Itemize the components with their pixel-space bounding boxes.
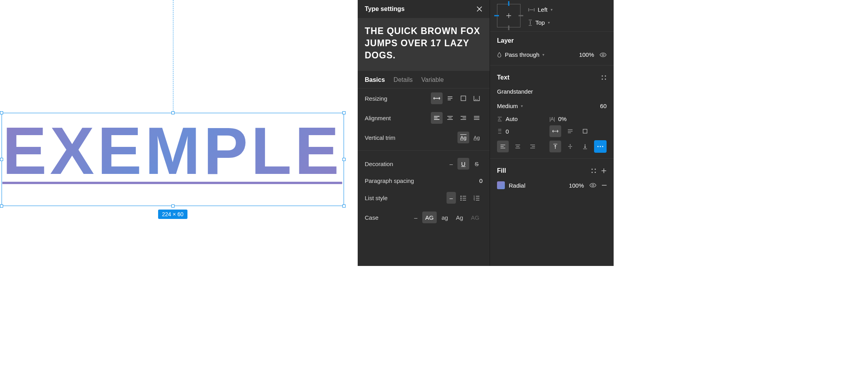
layer-opacity[interactable]: 100% [579,51,594,58]
svg-point-21 [592,184,594,186]
text-align-right-button[interactable] [527,141,538,152]
handle-mr[interactable] [342,158,346,161]
paragraph-spacing-value[interactable]: 0 [479,177,483,184]
text-align-left-button[interactable] [497,141,509,152]
case-small-button[interactable]: AG [468,212,483,223]
styles-icon[interactable] [601,75,607,80]
list-numbered-button[interactable]: 123 [471,192,483,204]
case-upper-button[interactable]: AG [422,212,437,223]
list-bullet-button[interactable] [457,192,469,204]
styles-icon[interactable] [591,168,596,174]
align-justify-icon [474,115,480,121]
text-align-center-button[interactable] [512,141,524,152]
paragraph-spacing-input[interactable]: 0 [497,128,543,135]
text-section-title: Text [490,69,614,84]
font-weight-dropdown[interactable]: Medium ▾ [497,103,523,109]
text-resize-auto-width-button[interactable] [549,125,561,137]
fill-swatch[interactable] [497,181,505,189]
svg-point-19 [592,172,593,173]
trim-standard-icon: Ag [460,135,466,141]
align-right-icon [460,115,466,121]
more-type-options-button[interactable] [594,140,607,153]
vertical-align-bottom-button[interactable] [579,141,591,152]
numbered-list-icon: 123 [474,195,480,201]
align-center-button[interactable] [444,112,456,124]
svg-point-9 [605,76,606,77]
handle-bm[interactable] [171,204,175,208]
handle-tr[interactable] [342,111,346,114]
plus-icon[interactable] [601,168,607,174]
handle-ml[interactable] [0,158,3,161]
handle-bl[interactable] [0,204,3,208]
text-resize-fixed-button[interactable] [579,125,591,137]
case-none-button[interactable]: – [411,212,420,223]
case-lower-button[interactable]: ag [438,212,451,223]
text-resize-auto-height-button[interactable] [564,125,576,137]
font-size-input[interactable]: 60 [600,103,607,109]
trim-cap-button[interactable]: Ag [471,132,483,143]
constraint-h-value: Left [538,6,547,13]
selection-box[interactable] [2,113,344,206]
lines-icon [447,96,453,101]
decoration-strike-button[interactable]: S [471,158,483,170]
decoration-underline-button[interactable]: U [457,158,469,170]
paragraph-spacing-label: Paragraph spacing [365,177,414,184]
tab-details[interactable]: Details [394,76,413,83]
constraint-v-value: Top [535,19,545,26]
font-preview: THE QUICK BROWN FOX JUMPS OVER 17 LAZY D… [358,18,490,71]
align-justify-button[interactable] [471,112,483,124]
svg-point-10 [602,79,603,80]
letter-spacing-input[interactable]: |A| 0% [549,116,607,122]
droplet-icon [497,52,502,58]
case-title-button[interactable]: Ag [453,212,466,223]
align-right-button[interactable] [457,112,469,124]
vertical-align-top-button[interactable] [549,141,561,152]
minus-icon[interactable] [602,185,607,186]
close-icon [476,6,483,12]
square-icon [461,96,466,101]
fill-opacity[interactable]: 100% [569,182,584,189]
trim-standard-button[interactable]: Ag [457,132,469,143]
svg-rect-13 [583,129,587,133]
blend-mode-dropdown[interactable]: Pass through ▾ [497,51,544,58]
layer-section-title: Layer [490,32,614,47]
close-button[interactable] [476,6,483,12]
eye-icon[interactable] [600,52,607,57]
svg-point-16 [602,146,603,147]
constraints-anchor[interactable] [497,4,520,27]
line-height-input[interactable]: A Auto [497,116,543,122]
list-style-label: List style [365,195,387,201]
align-center-icon [515,144,520,149]
arrow-horizontal-icon [552,129,558,133]
resize-auto-width-button[interactable] [431,92,443,104]
font-family-input[interactable]: Grandstander [497,88,533,95]
resize-auto-height-button[interactable] [444,92,456,104]
svg-point-18 [595,169,596,170]
square-icon [583,129,587,134]
fill-type-value[interactable]: Radial [509,182,526,189]
constraint-horizontal-dropdown[interactable]: Left ▾ [528,6,553,13]
resize-truncate-button[interactable] [471,92,483,104]
svg-text:3: 3 [474,199,475,201]
constraint-vertical-dropdown[interactable]: Top ▾ [528,19,553,26]
decoration-none-button[interactable]: – [447,158,456,170]
handle-tl[interactable] [0,111,3,114]
dimensions-badge: 224 × 60 [158,210,187,219]
valign-top-icon [553,144,558,149]
list-none-button[interactable]: – [447,192,456,204]
align-left-button[interactable] [431,112,443,124]
eye-icon[interactable] [589,183,596,188]
handle-br[interactable] [342,204,346,208]
properties-panel: Left ▾ Top ▾ Layer Pass through ▾ 100% T… [490,0,614,266]
tab-basics[interactable]: Basics [365,76,385,83]
line-height-icon: A [497,116,502,122]
tab-variable[interactable]: Variable [421,76,444,83]
resizing-label: Resizing [365,95,387,102]
svg-point-2 [461,198,462,199]
resize-fixed-button[interactable] [457,92,469,104]
vertical-align-middle-button[interactable] [564,141,576,152]
arrow-horizontal-icon [433,96,440,100]
canvas[interactable]: EXEMPLE 224 × 60 [0,0,358,266]
handle-tm[interactable] [171,111,175,114]
chevron-down-icon: ▾ [551,7,553,12]
